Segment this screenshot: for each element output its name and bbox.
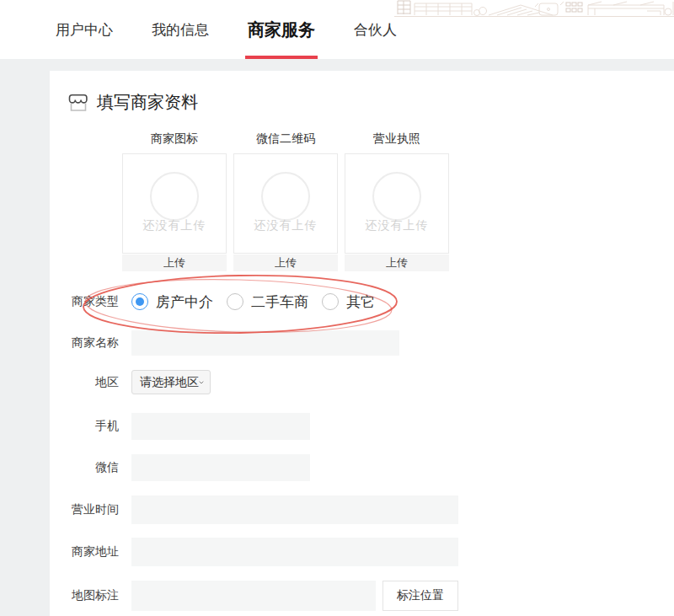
wechat-row: 微信	[70, 454, 310, 481]
wechat-input[interactable]	[131, 454, 310, 481]
map-mark-row: 地图标注 标注位置	[70, 581, 458, 611]
field-label-region: 地区	[70, 375, 119, 390]
radio-option-other[interactable]: 其它	[322, 292, 375, 312]
field-label-map-mark: 地图标注	[70, 588, 119, 603]
region-select-value: 请选择地区	[140, 375, 199, 390]
chevron-down-icon	[199, 380, 204, 385]
business-hours-row: 营业时间	[70, 495, 458, 524]
radio-unselected-icon[interactable]	[227, 293, 243, 310]
upload-placeholder-circle	[372, 172, 421, 221]
upload-dropzone[interactable]: 还没有上传	[233, 153, 338, 254]
upload-label: 微信二维码	[233, 130, 338, 147]
header-tabbar: 用户中心 我的信息 商家服务 合伙人	[0, 0, 674, 59]
address-input[interactable]	[131, 538, 458, 566]
tab-label: 合伙人	[354, 20, 397, 40]
page-title-row: 填写商家资料	[67, 91, 198, 114]
merchant-type-row: 商家类型 房产中介 二手车商 其它	[70, 289, 388, 314]
region-select[interactable]: 请选择地区	[131, 370, 211, 394]
field-label-merchant-type: 商家类型	[70, 294, 119, 309]
tab-label: 用户中心	[56, 20, 113, 40]
upload-section: 商家图标 还没有上传 上传 微信二维码 还没有上传 上传 营业执照 还没有上传 …	[122, 130, 449, 271]
radio-label: 房产中介	[156, 292, 213, 312]
field-label-merchant-name: 商家名称	[70, 335, 119, 351]
upload-button[interactable]: 上传	[345, 254, 449, 271]
tab-label: 商家服务	[248, 19, 315, 41]
upload-placeholder-circle	[261, 172, 310, 221]
map-mark-input[interactable]	[131, 581, 376, 611]
upload-label: 商家图标	[122, 130, 227, 147]
radio-option-real-estate[interactable]: 房产中介	[131, 292, 213, 312]
phone-row: 手机	[70, 413, 310, 440]
page-title: 填写商家资料	[97, 91, 198, 114]
upload-placeholder-text: 还没有上传	[123, 218, 226, 233]
address-row: 商家地址	[70, 538, 458, 566]
upload-placeholder-text: 还没有上传	[345, 218, 448, 233]
upload-wechat-qr: 微信二维码 还没有上传 上传	[233, 130, 338, 271]
active-tab-underline	[245, 56, 318, 59]
field-label-phone: 手机	[70, 419, 119, 434]
merchant-name-row: 商家名称	[70, 330, 399, 356]
upload-dropzone[interactable]: 还没有上传	[122, 153, 227, 254]
tab-my-info[interactable]: 我的信息	[151, 0, 210, 59]
field-label-business-hours: 营业时间	[70, 502, 119, 517]
mark-location-button[interactable]: 标注位置	[382, 581, 458, 611]
city-skyline-illustration	[394, 0, 674, 17]
upload-button[interactable]: 上传	[233, 254, 338, 271]
tab-user-center[interactable]: 用户中心	[55, 0, 114, 59]
storefront-icon	[67, 92, 89, 114]
upload-label: 营业执照	[345, 130, 449, 147]
phone-input[interactable]	[131, 413, 310, 440]
region-row: 地区 请选择地区	[70, 370, 211, 394]
upload-merchant-icon: 商家图标 还没有上传 上传	[122, 130, 227, 271]
upload-business-license: 营业执照 还没有上传 上传	[345, 130, 449, 271]
upload-dropzone[interactable]: 还没有上传	[345, 153, 449, 254]
tab-merchant-services[interactable]: 商家服务	[247, 0, 316, 59]
field-label-address: 商家地址	[70, 544, 119, 560]
radio-option-used-car[interactable]: 二手车商	[227, 292, 308, 312]
business-hours-input[interactable]	[131, 495, 458, 524]
merchant-form-card: 填写商家资料 商家图标 还没有上传 上传 微信二维码 还没有上传 上传 营业执照…	[50, 71, 674, 616]
radio-selected-icon[interactable]	[131, 293, 148, 310]
field-label-wechat: 微信	[70, 460, 119, 475]
tab-partner[interactable]: 合伙人	[353, 0, 398, 59]
upload-placeholder-circle	[150, 172, 199, 221]
radio-unselected-icon[interactable]	[322, 293, 339, 310]
upload-button[interactable]: 上传	[122, 254, 227, 271]
radio-label: 其它	[346, 292, 375, 312]
radio-label: 二手车商	[251, 292, 308, 312]
merchant-name-input[interactable]	[131, 330, 399, 356]
tab-label: 我的信息	[152, 20, 209, 40]
tab-list: 用户中心 我的信息 商家服务 合伙人	[55, 0, 398, 59]
upload-placeholder-text: 还没有上传	[234, 218, 337, 233]
